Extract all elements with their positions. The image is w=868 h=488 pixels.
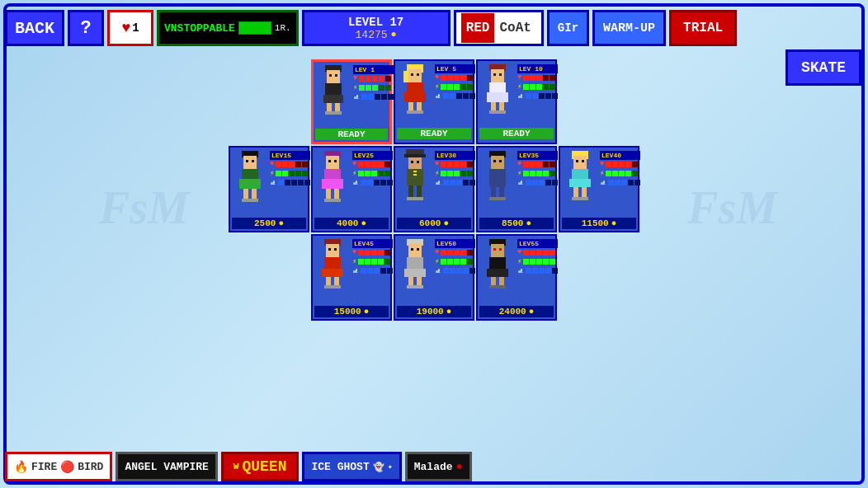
skate-button[interactable]: SKATE xyxy=(785,49,861,86)
svg-rect-68 xyxy=(491,187,496,199)
bird-icon: 🔴 xyxy=(60,460,74,474)
char-sprite-2 xyxy=(397,63,433,122)
char-sprite-7 xyxy=(479,149,516,212)
svg-rect-90 xyxy=(324,285,333,289)
svg-rect-93 xyxy=(408,244,422,257)
unstoppable-label: VNSTOPPABLE xyxy=(164,22,235,35)
svg-rect-8 xyxy=(325,111,333,115)
ghost-icon: 👻 xyxy=(373,462,384,472)
svg-rect-80 xyxy=(572,197,580,200)
lev-badge-6: LEV30 xyxy=(435,151,475,160)
svg-rect-70 xyxy=(489,197,498,200)
svg-rect-50 xyxy=(333,199,341,202)
svg-rect-107 xyxy=(487,269,508,277)
svg-rect-49 xyxy=(324,199,333,202)
red-label: RED xyxy=(461,13,495,43)
level-label: LEVEL 17 xyxy=(348,16,403,29)
svg-rect-91 xyxy=(333,285,341,289)
stat-bolt-1: ⚡ xyxy=(353,83,394,92)
svg-rect-52 xyxy=(404,154,426,157)
svg-rect-84 xyxy=(328,248,331,251)
heart-icon: ♥ xyxy=(121,20,130,36)
cost-badge-8: 11500 ● xyxy=(562,218,636,229)
svg-rect-73 xyxy=(573,156,587,169)
char-card-4[interactable]: LEV15 ♥ ⚡ ⛸ xyxy=(229,146,309,232)
svg-rect-34 xyxy=(252,160,254,162)
svg-rect-11 xyxy=(403,71,408,82)
svg-rect-75 xyxy=(582,160,584,162)
svg-rect-77 xyxy=(569,179,591,187)
score-display: 14275 ● xyxy=(356,29,397,41)
back-button[interactable]: BACK xyxy=(5,10,64,46)
firebird-label1: FIRE xyxy=(31,461,57,473)
svg-rect-67 xyxy=(489,169,506,187)
svg-rect-33 xyxy=(246,160,248,162)
char-card-3[interactable]: LEV 10 ♥ ⚡ ⛸ xyxy=(476,59,557,144)
svg-rect-2 xyxy=(329,74,332,77)
stat-heart-1: ♥ xyxy=(353,74,394,82)
char-card-6[interactable]: LEV30 ♥ ⚡ ⛸ xyxy=(394,146,474,232)
firebird-label2: BIRD xyxy=(78,461,103,473)
tag-iceghost[interactable]: ICE GHOST 👻 ✦ xyxy=(302,452,401,481)
star-icon: ✦ xyxy=(388,462,393,472)
cost-badge-10: 19000 ● xyxy=(397,306,471,317)
lev-badge-8: LEV40 xyxy=(600,151,640,160)
svg-rect-78 xyxy=(573,187,578,199)
char-sprite-9 xyxy=(314,237,351,300)
char-sprite-1 xyxy=(315,63,351,123)
char-card-2[interactable]: LEV 5 ♥ ⚡ ⛸ xyxy=(394,59,474,144)
svg-rect-61 xyxy=(407,197,415,200)
svg-rect-66 xyxy=(499,160,502,162)
char-card-5[interactable]: LEV25 ♥ ⚡ ⛸ xyxy=(311,146,392,232)
queen-label: QUEEN xyxy=(242,458,286,475)
lev-badge-5: LEV25 xyxy=(352,151,393,160)
char-row-3: LEV45 ♥ ⚡ ⛸ xyxy=(311,234,557,321)
iceghost-label: ICE GHOST xyxy=(311,461,369,473)
svg-rect-37 xyxy=(243,189,248,200)
svg-rect-53 xyxy=(408,157,422,169)
char-card-1[interactable]: LEV 1 ♥ ⚡ ⛸ xyxy=(311,59,392,144)
char-card-9[interactable]: LEV45 ♥ ⚡ ⛸ xyxy=(311,234,392,321)
fire-icon: 🔥 xyxy=(14,460,28,474)
coin-icon: ● xyxy=(391,29,397,40)
unstoppable-bar: VNSTOPPABLE 1R. xyxy=(157,10,299,46)
girl-button[interactable]: GIr xyxy=(547,10,589,46)
trial-button[interactable]: TRIAL xyxy=(669,10,737,46)
warmup-button[interactable]: WARM-UP xyxy=(592,10,666,46)
svg-rect-39 xyxy=(242,199,250,202)
svg-rect-9 xyxy=(333,111,342,115)
svg-rect-13 xyxy=(411,73,413,76)
svg-rect-42 xyxy=(326,156,339,169)
char-card-8[interactable]: LEV40 ♥ ⚡ ⛸ xyxy=(559,146,639,232)
char-sprite-4 xyxy=(232,149,268,212)
help-button[interactable]: ? xyxy=(68,10,104,46)
cost-badge-7: 8500 ● xyxy=(479,218,554,229)
svg-rect-100 xyxy=(407,285,415,289)
tag-queen[interactable]: W QUEEN xyxy=(221,452,300,481)
lev-badge-3: LEV 10 xyxy=(517,64,558,73)
tag-malade[interactable]: Malade ● xyxy=(405,452,472,481)
svg-rect-16 xyxy=(404,92,426,102)
stat-skate-1: ⛸ xyxy=(353,93,394,101)
svg-rect-26 xyxy=(487,92,508,102)
svg-rect-74 xyxy=(576,160,578,162)
svg-rect-64 xyxy=(491,156,504,169)
svg-rect-22 xyxy=(491,69,504,82)
svg-rect-95 xyxy=(417,248,419,251)
char-card-11[interactable]: LEV55 ♥ ⚡ ⛸ xyxy=(476,234,557,321)
tag-firebird[interactable]: 🔥 FIRE 🔴 BIRD xyxy=(5,452,112,481)
ready-badge-2: READY xyxy=(397,128,471,139)
svg-rect-71 xyxy=(498,197,506,200)
unstoppable-sub: 1R. xyxy=(275,23,291,33)
char-sprite-10 xyxy=(397,237,433,300)
char-sprite-8 xyxy=(562,149,598,212)
svg-rect-54 xyxy=(411,161,413,163)
svg-rect-57 xyxy=(413,171,417,172)
svg-rect-20 xyxy=(415,110,423,114)
w-icon: W xyxy=(234,462,239,472)
level-display: LEVEL 17 14275 ● xyxy=(302,10,451,46)
char-card-7[interactable]: LEV35 ♥ ⚡ ⛸ xyxy=(476,146,557,232)
svg-rect-105 xyxy=(499,248,502,251)
tag-angel[interactable]: ANGEL VAMPIRE xyxy=(116,452,217,481)
char-card-10[interactable]: LEV50 ♥ ⚡ ⛸ xyxy=(394,234,474,321)
